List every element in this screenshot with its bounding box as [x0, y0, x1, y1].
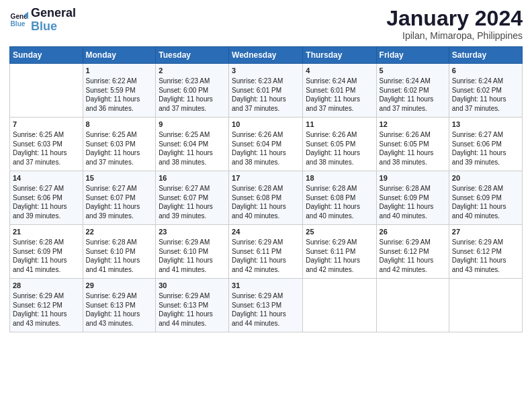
day-info: Sunrise: 6:29 AM: [452, 238, 519, 247]
day-info: Sunset: 5:59 PM: [86, 86, 153, 95]
day-info: Sunrise: 6:29 AM: [159, 238, 226, 247]
day-info: Sunrise: 6:29 AM: [380, 238, 446, 247]
day-info: Daylight: 11 hours: [159, 202, 226, 212]
day-number: 23: [159, 227, 226, 237]
day-info: Sunset: 6:13 PM: [86, 301, 153, 310]
day-info: Sunset: 6:12 PM: [13, 301, 80, 310]
day-info: Sunset: 6:07 PM: [86, 193, 153, 203]
day-info: Sunrise: 6:24 AM: [380, 77, 446, 86]
day-info: and 37 minutes.: [13, 158, 80, 167]
calendar-cell: 8Sunrise: 6:25 AMSunset: 6:03 PMDaylight…: [83, 118, 156, 171]
logo-text: General Blue: [31, 7, 76, 34]
logo-blue: Blue: [31, 20, 76, 34]
day-info: Daylight: 11 hours: [306, 256, 373, 265]
day-info: Sunset: 6:03 PM: [86, 140, 153, 149]
calendar-cell: [303, 279, 376, 332]
day-info: Daylight: 11 hours: [159, 148, 226, 158]
calendar-cell: 13Sunrise: 6:27 AMSunset: 6:06 PMDayligh…: [449, 118, 522, 171]
day-info: and 40 minutes.: [380, 212, 446, 221]
calendar-cell: 1Sunrise: 6:22 AMSunset: 5:59 PMDaylight…: [83, 64, 156, 118]
day-number: 5: [380, 66, 446, 76]
day-info: Sunrise: 6:25 AM: [86, 130, 153, 140]
header-cell-tuesday: Tuesday: [156, 47, 229, 64]
day-info: Daylight: 11 hours: [452, 256, 519, 265]
day-info: and 36 minutes.: [86, 104, 153, 113]
calendar-cell: [376, 279, 449, 332]
day-info: Sunset: 6:05 PM: [306, 140, 373, 149]
day-info: Sunset: 6:00 PM: [159, 86, 226, 95]
week-row-3: 21Sunrise: 6:28 AMSunset: 6:09 PMDayligh…: [10, 225, 523, 279]
day-info: Daylight: 11 hours: [232, 148, 300, 158]
day-info: Sunset: 6:10 PM: [159, 247, 226, 257]
day-info: and 43 minutes.: [13, 319, 80, 328]
calendar-cell: 26Sunrise: 6:29 AMSunset: 6:12 PMDayligh…: [376, 225, 449, 279]
week-row-0: 1Sunrise: 6:22 AMSunset: 5:59 PMDaylight…: [10, 64, 523, 118]
calendar-cell: 17Sunrise: 6:28 AMSunset: 6:08 PMDayligh…: [229, 171, 303, 225]
day-info: Sunrise: 6:26 AM: [380, 130, 446, 140]
day-info: Sunset: 6:04 PM: [232, 140, 300, 149]
day-info: Sunrise: 6:22 AM: [86, 77, 153, 86]
header-cell-thursday: Thursday: [303, 47, 376, 64]
calendar-cell: 10Sunrise: 6:26 AMSunset: 6:04 PMDayligh…: [229, 118, 303, 171]
day-info: Sunrise: 6:27 AM: [13, 184, 80, 193]
day-info: Daylight: 11 hours: [159, 95, 226, 104]
day-number: 4: [306, 66, 373, 76]
day-info: and 37 minutes.: [306, 104, 373, 113]
day-info: Sunrise: 6:23 AM: [159, 77, 226, 86]
calendar-cell: 6Sunrise: 6:24 AMSunset: 6:02 PMDaylight…: [449, 64, 522, 118]
day-info: Daylight: 11 hours: [13, 310, 80, 319]
day-info: Sunset: 6:02 PM: [380, 86, 446, 95]
day-info: Sunrise: 6:28 AM: [13, 238, 80, 247]
day-info: and 40 minutes.: [232, 212, 300, 221]
logo-general: General: [31, 7, 76, 20]
day-info: Daylight: 11 hours: [306, 202, 373, 212]
day-info: Sunrise: 6:23 AM: [232, 77, 300, 86]
day-info: and 39 minutes.: [86, 212, 153, 221]
day-info: Sunset: 6:06 PM: [13, 193, 80, 203]
calendar-cell: 29Sunrise: 6:29 AMSunset: 6:13 PMDayligh…: [83, 279, 156, 332]
day-info: Sunrise: 6:29 AM: [306, 238, 373, 247]
day-info: and 42 minutes.: [232, 265, 300, 275]
header-cell-wednesday: Wednesday: [229, 47, 303, 64]
day-info: Daylight: 11 hours: [380, 148, 446, 158]
day-info: Daylight: 11 hours: [232, 256, 300, 265]
day-number: 2: [159, 66, 226, 76]
day-info: Sunrise: 6:28 AM: [232, 184, 300, 193]
day-info: and 42 minutes.: [380, 265, 446, 275]
day-info: Daylight: 11 hours: [380, 95, 446, 104]
day-info: Sunrise: 6:25 AM: [13, 130, 80, 140]
calendar-table: SundayMondayTuesdayWednesdayThursdayFrid…: [9, 46, 523, 332]
day-info: and 38 minutes.: [159, 158, 226, 167]
calendar-cell: 12Sunrise: 6:26 AMSunset: 6:05 PMDayligh…: [376, 118, 449, 171]
day-info: Daylight: 11 hours: [232, 202, 300, 212]
header: General Blue General Blue January 2024 I…: [9, 7, 523, 41]
day-info: Sunrise: 6:28 AM: [306, 184, 373, 193]
day-number: 22: [86, 227, 153, 237]
day-info: and 38 minutes.: [380, 158, 446, 167]
calendar-body: 1Sunrise: 6:22 AMSunset: 5:59 PMDaylight…: [10, 64, 523, 332]
day-number: 27: [452, 227, 519, 237]
header-cell-friday: Friday: [376, 47, 449, 64]
calendar-cell: 20Sunrise: 6:28 AMSunset: 6:09 PMDayligh…: [449, 171, 522, 225]
calendar-cell: [10, 64, 83, 118]
day-number: 8: [86, 120, 153, 130]
calendar-cell: 14Sunrise: 6:27 AMSunset: 6:06 PMDayligh…: [10, 171, 83, 225]
day-info: Sunset: 6:13 PM: [232, 301, 300, 310]
day-info: Daylight: 11 hours: [13, 202, 80, 212]
day-info: and 39 minutes.: [159, 212, 226, 221]
day-number: 28: [13, 281, 80, 291]
subtitle: Ipilan, Mimaropa, Philippines: [386, 30, 523, 41]
day-info: and 40 minutes.: [452, 212, 519, 221]
day-info: Sunrise: 6:29 AM: [232, 238, 300, 247]
day-number: 29: [86, 281, 153, 291]
day-number: 20: [452, 173, 519, 183]
day-info: Sunrise: 6:29 AM: [86, 291, 153, 301]
day-number: 6: [452, 66, 519, 76]
day-number: 18: [306, 173, 373, 183]
day-number: 26: [380, 227, 446, 237]
day-info: Daylight: 11 hours: [86, 256, 153, 265]
day-info: Sunrise: 6:29 AM: [13, 291, 80, 301]
calendar-cell: [449, 279, 522, 332]
page-container: General Blue General Blue January 2024 I…: [0, 0, 532, 411]
day-info: and 44 minutes.: [159, 319, 226, 328]
